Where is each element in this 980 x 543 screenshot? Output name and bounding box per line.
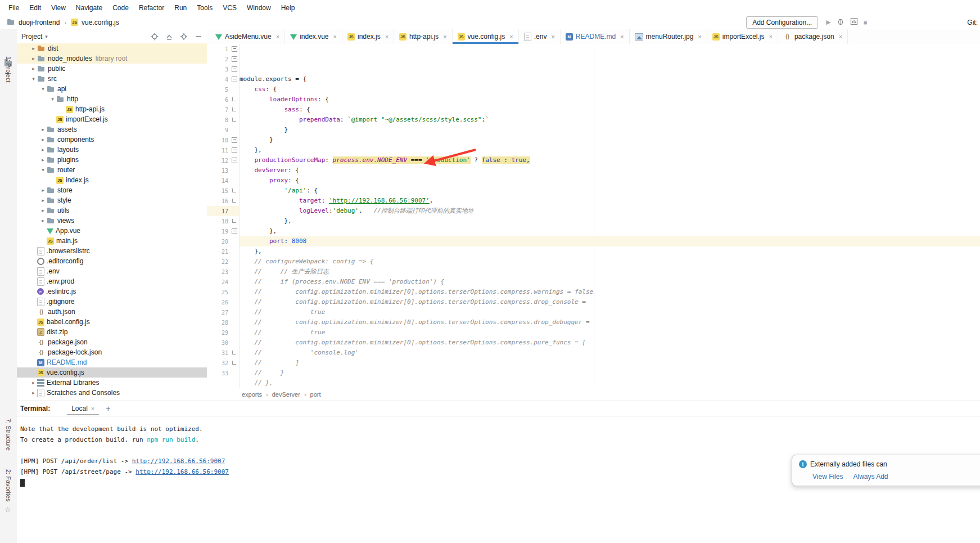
menu-item-file[interactable]: File <box>3 2 24 14</box>
chevron-icon[interactable]: ▾ <box>30 76 37 82</box>
code-viewport[interactable]: module.exports = { css: { loaderOptions:… <box>240 44 980 388</box>
chevron-icon[interactable]: ▸ <box>39 127 47 132</box>
tree-item[interactable]: {}package.json <box>17 337 207 347</box>
menu-item-edit[interactable]: Edit <box>24 2 46 14</box>
tree-item[interactable]: ▸style <box>17 195 207 205</box>
chevron-icon[interactable]: ▸ <box>39 157 47 163</box>
tree-item[interactable]: ▸plugins <box>17 155 207 165</box>
fold-marker[interactable] <box>230 196 239 206</box>
tree-item[interactable]: ▾api <box>17 84 207 94</box>
chevron-icon[interactable]: ▸ <box>39 137 47 142</box>
fold-marker[interactable] <box>230 44 239 54</box>
chevron-icon[interactable]: ▸ <box>30 66 37 71</box>
editor-tab[interactable]: JSimportExcel.js× <box>707 29 778 44</box>
tree-item[interactable]: ▸store <box>17 185 207 195</box>
fold-marker[interactable] <box>230 64 239 74</box>
terminal-tab-local[interactable]: Local × <box>67 402 99 415</box>
new-terminal-button[interactable]: + <box>106 404 110 413</box>
git-widget[interactable]: Git: <box>967 19 978 26</box>
tree-item[interactable]: JSindex.js <box>17 175 207 185</box>
close-icon[interactable]: × <box>551 33 554 40</box>
locate-file-icon[interactable] <box>151 33 159 41</box>
tree-item[interactable]: ▸assets <box>17 124 207 134</box>
breadcrumb-port[interactable]: port <box>310 391 321 398</box>
chevron-down-icon[interactable]: ▾ <box>45 34 48 39</box>
close-icon[interactable]: × <box>333 33 337 40</box>
profiler-button[interactable] <box>850 17 858 27</box>
tree-item[interactable]: JSmain.js <box>17 236 207 246</box>
tree-item[interactable]: ▸Scratches and Consoles <box>17 388 207 398</box>
tree-item[interactable]: .gitignore <box>17 297 207 307</box>
tree-item[interactable]: ▸public <box>17 64 207 74</box>
tree-item[interactable]: ▸layouts <box>17 145 207 155</box>
tree-item[interactable]: App.vue <box>17 226 207 236</box>
editor-area[interactable]: AsideMenu.vue×index.vue×JSindex.js×JShtt… <box>207 29 980 401</box>
tool-window-favorites[interactable]: 2: Favorites <box>5 469 12 501</box>
chevron-icon[interactable]: ▸ <box>39 208 47 213</box>
run-button[interactable]: ▶ <box>826 19 830 26</box>
editor-tab[interactable]: {}package.json× <box>778 29 848 44</box>
breadcrumb-devserver[interactable]: devServer <box>272 391 300 398</box>
always-add-link[interactable]: Always Add <box>853 473 888 481</box>
close-icon[interactable]: × <box>769 33 772 40</box>
tool-window-structure[interactable]: 7: Structure <box>5 419 12 451</box>
tree-item[interactable]: Zdist.zip <box>17 327 207 337</box>
url-link[interactable]: http://192.168.66.56:9007 <box>136 468 229 475</box>
tree-item[interactable]: e.eslintrc.js <box>17 286 207 297</box>
close-icon[interactable]: × <box>91 405 94 412</box>
tree-item[interactable]: {}package-lock.json <box>17 347 207 357</box>
project-tree[interactable]: ▸dist▸node_moduleslibrary root▸public▾sr… <box>17 43 207 401</box>
chevron-icon[interactable]: ▸ <box>30 56 37 61</box>
fold-marker[interactable] <box>230 155 239 165</box>
chevron-icon[interactable]: ▾ <box>49 96 56 102</box>
fold-marker[interactable] <box>230 115 239 125</box>
menu-item-navigate[interactable]: Navigate <box>71 2 107 14</box>
menu-item-tools[interactable]: Tools <box>192 2 218 14</box>
menu-item-window[interactable]: Window <box>242 2 276 14</box>
fold-marker[interactable] <box>230 348 239 358</box>
editor-tab[interactable]: JShttp-api.js× <box>394 29 452 44</box>
fold-marker[interactable] <box>230 95 239 105</box>
fold-marker[interactable] <box>230 54 239 64</box>
tree-item[interactable]: ▸node_moduleslibrary root <box>17 53 207 64</box>
editor-tab[interactable]: JSvue.config.js× <box>453 29 519 44</box>
menu-item-refactor[interactable]: Refactor <box>134 2 169 14</box>
tree-item[interactable]: ▾src <box>17 74 207 84</box>
chevron-icon[interactable]: ▾ <box>39 167 47 173</box>
chevron-icon[interactable]: ▸ <box>30 380 37 385</box>
tree-item[interactable]: {}auth.json <box>17 307 207 317</box>
stop-button[interactable]: ■ <box>864 19 868 26</box>
tree-item[interactable]: JSvue.config.js <box>17 367 207 378</box>
breadcrumb-exports[interactable]: exports <box>242 391 262 398</box>
tree-item[interactable]: ▸dist <box>17 43 207 53</box>
hide-panel-icon[interactable] <box>195 33 202 41</box>
fold-marker[interactable] <box>230 358 239 368</box>
close-icon[interactable]: × <box>698 33 701 40</box>
close-icon[interactable]: × <box>620 33 624 40</box>
tree-item[interactable]: JSbabel.config.js <box>17 317 207 327</box>
tree-item[interactable]: .editorconfig <box>17 256 207 266</box>
url-string[interactable]: 'http://192.168.66.56:9007' <box>329 197 430 204</box>
collapse-all-icon[interactable] <box>165 33 173 41</box>
tree-item[interactable]: ▸utils <box>17 205 207 216</box>
tree-item[interactable]: ▸External Libraries <box>17 378 207 388</box>
chevron-icon[interactable]: ▸ <box>39 147 47 152</box>
menu-item-vcs[interactable]: VCS <box>218 2 242 14</box>
tree-item[interactable]: JSimportExcel.js <box>17 114 207 124</box>
fold-marker[interactable] <box>230 226 239 236</box>
editor-tab[interactable]: MREADME.md× <box>561 29 630 44</box>
fold-marker[interactable] <box>230 145 239 155</box>
fold-marker[interactable] <box>230 216 239 226</box>
close-icon[interactable]: × <box>443 33 446 40</box>
close-icon[interactable]: × <box>385 33 389 40</box>
close-icon[interactable]: × <box>839 33 842 40</box>
tree-item[interactable]: .env <box>17 266 207 276</box>
tree-item[interactable]: ▾http <box>17 94 207 104</box>
chevron-icon[interactable]: ▸ <box>39 187 47 193</box>
fold-marker[interactable] <box>230 74 239 84</box>
menu-item-view[interactable]: View <box>46 2 71 14</box>
editor-tab[interactable]: menuRouter.jpg× <box>630 29 707 44</box>
settings-gear-icon[interactable] <box>180 33 188 41</box>
tree-item[interactable]: ▸components <box>17 134 207 145</box>
menu-item-help[interactable]: Help <box>276 2 300 14</box>
